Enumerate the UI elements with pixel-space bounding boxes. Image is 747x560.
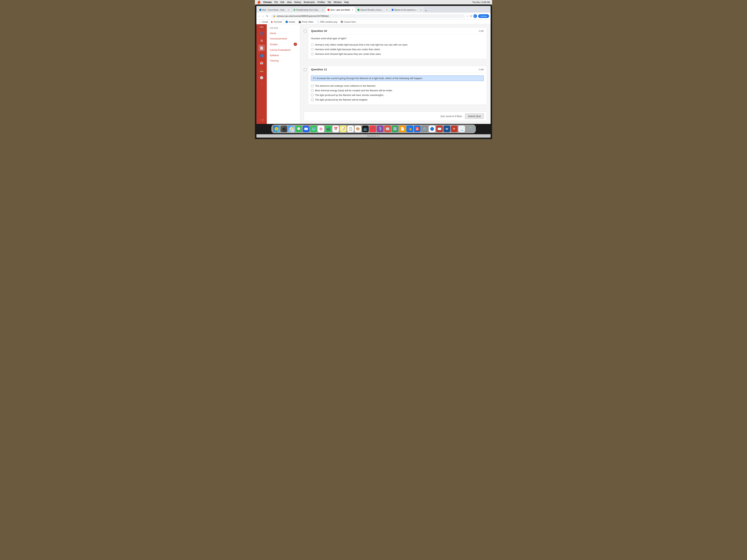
bookmark-youtube[interactable]: ▶ YouTube (271, 20, 283, 24)
tab-spectra[interactable]: Based on the spectra above, w ✕ (390, 7, 423, 12)
question11-checkbox-d[interactable] (311, 99, 313, 101)
question11-option-b[interactable]: More thermal energy (heat) will be creat… (311, 88, 484, 93)
dock-keynote[interactable]: 🎭 (407, 126, 413, 132)
dock-reminders[interactable]: 📋 (347, 126, 354, 132)
dock-chrome[interactable]: 🔵 (429, 126, 435, 132)
question11-option-a[interactable]: The electrons will undergo more collisio… (311, 83, 484, 88)
back-button[interactable]: ‹ (258, 14, 260, 18)
nav-evaluations[interactable]: Course Evaluations (267, 47, 300, 53)
star-icon[interactable]: ☆ (466, 15, 469, 18)
question10-body: Humans emit what type of light? Humans o… (308, 34, 487, 59)
reading-mode-icon[interactable]: ☰ (470, 15, 472, 18)
menu-view[interactable]: View (287, 1, 292, 3)
sidebar-user[interactable]: 👤 (258, 30, 265, 36)
question11-option-d[interactable]: The light produced by the filament will … (311, 98, 484, 102)
dock-powerpoint[interactable]: P (451, 126, 458, 132)
question11-option-c[interactable]: The light produced by the filament will … (311, 93, 484, 98)
dock-safari[interactable]: 🧭 (288, 126, 294, 132)
question11-checkbox-a[interactable] (311, 85, 313, 87)
question10-radio-b[interactable] (311, 48, 313, 51)
menu-tab[interactable]: Tab (328, 1, 331, 3)
tab-quillbot[interactable]: Paraphrasing Tool | QuillBot AI ✕ (292, 7, 325, 12)
dock-photos[interactable]: 🌸 (317, 126, 324, 132)
menu-window[interactable]: Window (334, 1, 342, 3)
dock-appstore[interactable]: 🅰️ (414, 126, 420, 132)
sidebar-pages[interactable]: 📄 (258, 45, 265, 51)
menu-chrome[interactable]: Chrome (263, 1, 272, 3)
menu-bookmarks[interactable]: Bookmarks (304, 1, 315, 3)
question10-option-c[interactable]: Humans emit infrared light because they … (311, 52, 484, 56)
dock-numbers[interactable]: 🔢 (392, 126, 398, 132)
dock-word[interactable]: W (443, 126, 450, 132)
tab-quiz[interactable]: Quiz: Light and Matter ✕ (326, 7, 355, 12)
bookmark-prime[interactable]: 🎬 Prime Video (298, 20, 314, 24)
bookmark-fbd[interactable]: 📄 FBD combine.png (316, 20, 338, 24)
question10-card: Question 10 1 pts Humans emit what type … (308, 27, 487, 59)
dock-music[interactable]: 🎵 (369, 126, 376, 132)
close-tab-quiz[interactable]: ✕ (352, 9, 354, 11)
nav-grades[interactable]: Grades 1 (267, 41, 300, 47)
close-tab-quillbot[interactable]: ✕ (322, 9, 324, 11)
url-input[interactable]: 🔒 canvas.cwu.edu/courses/88692/quizzes/2… (271, 14, 465, 18)
dock-script[interactable]: 📃 (458, 126, 465, 132)
profile-icon[interactable]: C (473, 14, 477, 18)
sidebar-inbox[interactable]: 📥 (258, 67, 265, 74)
dock-systemprefs[interactable]: ⚙️ (421, 126, 428, 132)
update-button[interactable]: Update (478, 14, 489, 18)
sidebar-collapse-button[interactable]: →| (259, 117, 264, 123)
nav-announcements[interactable]: Announcements (267, 36, 300, 41)
tab-coursehero[interactable]: Search Results | Course Hero ✕ (356, 7, 389, 12)
question10-radio-a[interactable] (311, 44, 313, 46)
dock-pages[interactable]: 📄 (399, 126, 406, 132)
bookmark-gmail[interactable]: ✉️ Gmail (258, 20, 268, 24)
new-tab-button[interactable]: + (424, 8, 428, 12)
sidebar-calendar[interactable]: 📅 (258, 59, 265, 66)
dock-finder[interactable]: 🙂 (273, 126, 280, 132)
sidebar-history[interactable]: 🕐 (258, 74, 265, 81)
dock-mail2[interactable]: ✉️ (436, 126, 443, 132)
bookmark-coursehero[interactable]: 📚 Course Hero (340, 20, 357, 24)
close-tab-mail[interactable]: ✕ (288, 9, 289, 11)
tab-mail[interactable]: Mail - Cyrus Rana - Outlook ✕ (258, 7, 291, 12)
bookmark-hotstar[interactable]: 🔵 hotstar (285, 20, 296, 24)
dock-mail[interactable]: ✉️ 6 (303, 126, 309, 132)
sidebar-help[interactable]: ❓ (258, 82, 265, 88)
dock-messages[interactable]: 💬 (295, 126, 302, 132)
apple-menu[interactable]: 🍎 (257, 1, 261, 4)
reload-button[interactable]: ↻ (265, 14, 269, 18)
nav-syllabus[interactable]: Syllabus (267, 53, 300, 58)
sidebar-dashboard[interactable]: ⊞ (258, 37, 265, 44)
nav-tutoring[interactable]: Tutoring (267, 58, 300, 63)
forward-button[interactable]: › (262, 14, 264, 18)
dock-podcasts[interactable]: 🎙️ (377, 126, 384, 132)
close-tab-spectra[interactable]: ✕ (420, 9, 422, 11)
close-tab-coursehero[interactable]: ✕ (386, 9, 388, 11)
dock-calendar[interactable]: 📅 (332, 126, 339, 132)
question10-bookmark[interactable] (304, 30, 306, 32)
question11-checkbox-c[interactable] (311, 94, 313, 96)
menu-help[interactable]: Help (344, 1, 349, 3)
question10-radio-c[interactable] (311, 53, 313, 55)
menu-file[interactable]: File (274, 1, 278, 3)
menu-edit[interactable]: Edit (281, 1, 284, 3)
dock-notes[interactable]: 📝 (340, 126, 346, 132)
youtube-icon: ▶ (271, 21, 273, 23)
dock-launchpad[interactable]: ⊞ (281, 126, 287, 132)
sidebar-people[interactable]: 👥 (258, 52, 265, 59)
menu-history[interactable]: History (294, 1, 301, 3)
question10-option-b[interactable]: Humans emit visible light because they a… (311, 47, 484, 52)
nav-home[interactable]: Home (267, 31, 300, 36)
question10-label-a: Humans only reflect visible light becaus… (315, 43, 408, 46)
question10-title: Question 10 (311, 29, 327, 32)
dock-tv[interactable]: 📺 (362, 126, 369, 132)
question11-checkbox-b[interactable] (311, 89, 313, 92)
dock-facetime[interactable]: 📹 (325, 126, 332, 132)
question11-bookmark[interactable] (304, 68, 306, 71)
menu-profiles[interactable]: Profiles (317, 1, 325, 3)
dock-freeform[interactable]: 🎨 (355, 126, 361, 132)
dock-trash[interactable]: 🗑️ (467, 126, 474, 132)
question10-option-a[interactable]: Humans only reflect visible light becaus… (311, 43, 484, 47)
dock-news[interactable]: 📰 (384, 126, 391, 132)
submit-quiz-button[interactable]: Submit Quiz (465, 113, 484, 119)
dock-maps[interactable]: 🗺️ (310, 126, 317, 132)
